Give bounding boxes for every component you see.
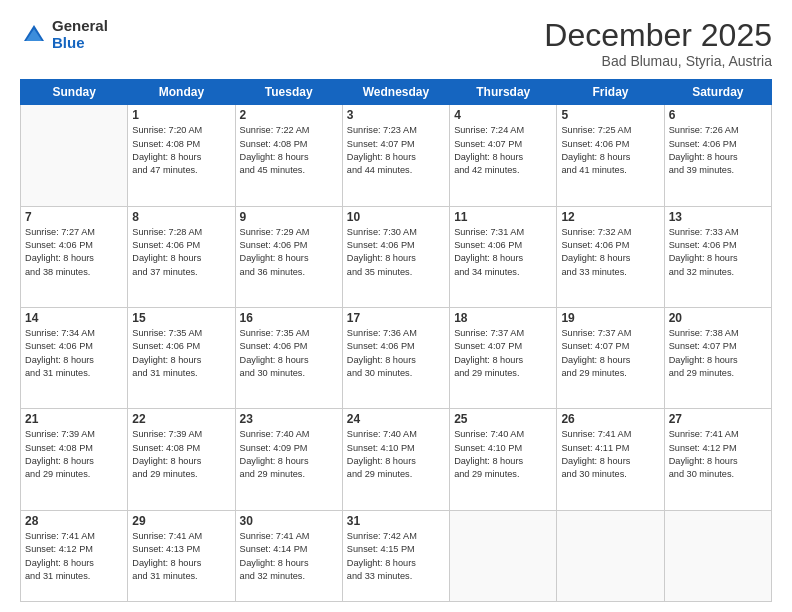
day-number: 24 [347,412,445,426]
day-number: 3 [347,108,445,122]
calendar-cell: 30Sunrise: 7:41 AM Sunset: 4:14 PM Dayli… [235,510,342,601]
day-number: 30 [240,514,338,528]
day-number: 18 [454,311,552,325]
day-info: Sunrise: 7:36 AM Sunset: 4:06 PM Dayligh… [347,327,445,380]
day-info: Sunrise: 7:31 AM Sunset: 4:06 PM Dayligh… [454,226,552,279]
calendar-table: SundayMondayTuesdayWednesdayThursdayFrid… [20,79,772,602]
day-number: 8 [132,210,230,224]
weekday-header: Thursday [450,80,557,105]
calendar-cell: 11Sunrise: 7:31 AM Sunset: 4:06 PM Dayli… [450,206,557,307]
day-info: Sunrise: 7:40 AM Sunset: 4:09 PM Dayligh… [240,428,338,481]
calendar-cell: 9Sunrise: 7:29 AM Sunset: 4:06 PM Daylig… [235,206,342,307]
day-info: Sunrise: 7:39 AM Sunset: 4:08 PM Dayligh… [25,428,123,481]
calendar-cell: 1Sunrise: 7:20 AM Sunset: 4:08 PM Daylig… [128,105,235,206]
day-info: Sunrise: 7:25 AM Sunset: 4:06 PM Dayligh… [561,124,659,177]
calendar-cell: 27Sunrise: 7:41 AM Sunset: 4:12 PM Dayli… [664,409,771,510]
day-number: 7 [25,210,123,224]
calendar-cell: 15Sunrise: 7:35 AM Sunset: 4:06 PM Dayli… [128,308,235,409]
weekday-header: Friday [557,80,664,105]
day-number: 25 [454,412,552,426]
calendar-cell: 28Sunrise: 7:41 AM Sunset: 4:12 PM Dayli… [21,510,128,601]
calendar-cell: 7Sunrise: 7:27 AM Sunset: 4:06 PM Daylig… [21,206,128,307]
day-info: Sunrise: 7:40 AM Sunset: 4:10 PM Dayligh… [347,428,445,481]
day-info: Sunrise: 7:40 AM Sunset: 4:10 PM Dayligh… [454,428,552,481]
day-info: Sunrise: 7:23 AM Sunset: 4:07 PM Dayligh… [347,124,445,177]
calendar-cell: 14Sunrise: 7:34 AM Sunset: 4:06 PM Dayli… [21,308,128,409]
calendar-cell: 3Sunrise: 7:23 AM Sunset: 4:07 PM Daylig… [342,105,449,206]
calendar-week-row: 14Sunrise: 7:34 AM Sunset: 4:06 PM Dayli… [21,308,772,409]
weekday-header-row: SundayMondayTuesdayWednesdayThursdayFrid… [21,80,772,105]
day-info: Sunrise: 7:37 AM Sunset: 4:07 PM Dayligh… [454,327,552,380]
day-info: Sunrise: 7:41 AM Sunset: 4:12 PM Dayligh… [669,428,767,481]
day-info: Sunrise: 7:22 AM Sunset: 4:08 PM Dayligh… [240,124,338,177]
day-number: 31 [347,514,445,528]
day-info: Sunrise: 7:20 AM Sunset: 4:08 PM Dayligh… [132,124,230,177]
day-info: Sunrise: 7:32 AM Sunset: 4:06 PM Dayligh… [561,226,659,279]
day-number: 28 [25,514,123,528]
calendar-cell: 31Sunrise: 7:42 AM Sunset: 4:15 PM Dayli… [342,510,449,601]
calendar-cell: 21Sunrise: 7:39 AM Sunset: 4:08 PM Dayli… [21,409,128,510]
calendar-cell: 24Sunrise: 7:40 AM Sunset: 4:10 PM Dayli… [342,409,449,510]
calendar-cell: 10Sunrise: 7:30 AM Sunset: 4:06 PM Dayli… [342,206,449,307]
day-info: Sunrise: 7:29 AM Sunset: 4:06 PM Dayligh… [240,226,338,279]
day-number: 9 [240,210,338,224]
day-number: 16 [240,311,338,325]
calendar-cell: 12Sunrise: 7:32 AM Sunset: 4:06 PM Dayli… [557,206,664,307]
month-title: December 2025 [544,18,772,53]
calendar-cell: 6Sunrise: 7:26 AM Sunset: 4:06 PM Daylig… [664,105,771,206]
day-number: 12 [561,210,659,224]
day-info: Sunrise: 7:41 AM Sunset: 4:12 PM Dayligh… [25,530,123,583]
logo-general-text: General [52,18,108,35]
day-info: Sunrise: 7:41 AM Sunset: 4:11 PM Dayligh… [561,428,659,481]
day-number: 11 [454,210,552,224]
day-number: 5 [561,108,659,122]
calendar-cell: 19Sunrise: 7:37 AM Sunset: 4:07 PM Dayli… [557,308,664,409]
day-info: Sunrise: 7:41 AM Sunset: 4:14 PM Dayligh… [240,530,338,583]
day-number: 10 [347,210,445,224]
calendar-cell: 20Sunrise: 7:38 AM Sunset: 4:07 PM Dayli… [664,308,771,409]
day-info: Sunrise: 7:35 AM Sunset: 4:06 PM Dayligh… [240,327,338,380]
calendar-week-row: 7Sunrise: 7:27 AM Sunset: 4:06 PM Daylig… [21,206,772,307]
calendar-cell: 5Sunrise: 7:25 AM Sunset: 4:06 PM Daylig… [557,105,664,206]
calendar-week-row: 28Sunrise: 7:41 AM Sunset: 4:12 PM Dayli… [21,510,772,601]
calendar-cell [664,510,771,601]
calendar-week-row: 1Sunrise: 7:20 AM Sunset: 4:08 PM Daylig… [21,105,772,206]
day-number: 2 [240,108,338,122]
day-info: Sunrise: 7:35 AM Sunset: 4:06 PM Dayligh… [132,327,230,380]
day-info: Sunrise: 7:41 AM Sunset: 4:13 PM Dayligh… [132,530,230,583]
day-number: 22 [132,412,230,426]
logo-blue-text: Blue [52,35,108,52]
calendar-cell: 26Sunrise: 7:41 AM Sunset: 4:11 PM Dayli… [557,409,664,510]
calendar-cell: 25Sunrise: 7:40 AM Sunset: 4:10 PM Dayli… [450,409,557,510]
header: General Blue December 2025 Bad Blumau, S… [20,18,772,69]
day-number: 19 [561,311,659,325]
calendar-cell: 13Sunrise: 7:33 AM Sunset: 4:06 PM Dayli… [664,206,771,307]
day-number: 21 [25,412,123,426]
calendar-cell: 23Sunrise: 7:40 AM Sunset: 4:09 PM Dayli… [235,409,342,510]
location: Bad Blumau, Styria, Austria [544,53,772,69]
day-number: 27 [669,412,767,426]
day-number: 13 [669,210,767,224]
day-info: Sunrise: 7:38 AM Sunset: 4:07 PM Dayligh… [669,327,767,380]
calendar-cell: 16Sunrise: 7:35 AM Sunset: 4:06 PM Dayli… [235,308,342,409]
day-number: 6 [669,108,767,122]
day-info: Sunrise: 7:24 AM Sunset: 4:07 PM Dayligh… [454,124,552,177]
day-info: Sunrise: 7:30 AM Sunset: 4:06 PM Dayligh… [347,226,445,279]
day-info: Sunrise: 7:28 AM Sunset: 4:06 PM Dayligh… [132,226,230,279]
day-number: 17 [347,311,445,325]
day-info: Sunrise: 7:33 AM Sunset: 4:06 PM Dayligh… [669,226,767,279]
weekday-header: Wednesday [342,80,449,105]
calendar-cell: 17Sunrise: 7:36 AM Sunset: 4:06 PM Dayli… [342,308,449,409]
day-number: 1 [132,108,230,122]
logo: General Blue [20,18,108,51]
day-number: 23 [240,412,338,426]
day-number: 26 [561,412,659,426]
day-info: Sunrise: 7:42 AM Sunset: 4:15 PM Dayligh… [347,530,445,583]
logo-text: General Blue [52,18,108,51]
calendar-cell: 4Sunrise: 7:24 AM Sunset: 4:07 PM Daylig… [450,105,557,206]
page: General Blue December 2025 Bad Blumau, S… [0,0,792,612]
day-number: 14 [25,311,123,325]
calendar-week-row: 21Sunrise: 7:39 AM Sunset: 4:08 PM Dayli… [21,409,772,510]
day-number: 29 [132,514,230,528]
calendar-cell: 18Sunrise: 7:37 AM Sunset: 4:07 PM Dayli… [450,308,557,409]
